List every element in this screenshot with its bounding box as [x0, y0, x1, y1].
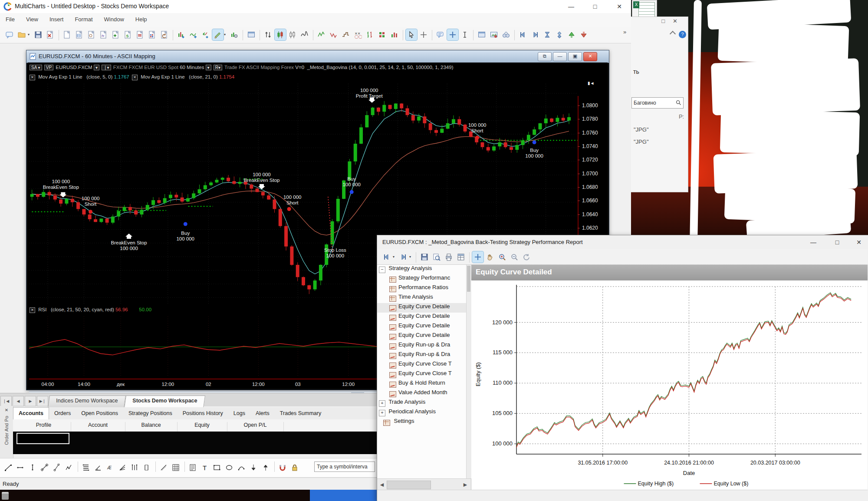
taskbar-window-icon[interactable]	[2, 492, 9, 500]
nav-diamonds-icon[interactable]	[554, 29, 565, 40]
report-close-button[interactable]: ✕	[850, 236, 868, 248]
step-line-icon[interactable]	[340, 29, 352, 40]
workspace-tab[interactable]: Indices Demo Workspace	[48, 396, 126, 408]
andrews-pitchfork-icon[interactable]: Æ	[105, 462, 116, 474]
column-header[interactable]: Balance	[125, 422, 178, 432]
crosshair-icon[interactable]	[418, 29, 429, 40]
add-study-doc-icon[interactable]	[110, 29, 122, 40]
menu-view[interactable]: View	[20, 13, 44, 27]
tree-vertical-scrollbar[interactable]	[466, 265, 471, 478]
menu-window[interactable]: Window	[99, 13, 130, 27]
ellipse-tool-icon[interactable]	[224, 462, 235, 474]
save-icon[interactable]	[419, 251, 430, 263]
tab-positions-history[interactable]: Positions History	[178, 408, 228, 420]
zoom-in-icon[interactable]	[496, 251, 508, 263]
new-note-icon[interactable]	[4, 29, 15, 40]
tree-item[interactable]: Value Added Month	[377, 389, 471, 399]
nav-pair-icon[interactable]	[529, 29, 541, 40]
magnet-mode-icon[interactable]	[277, 462, 289, 474]
accounts-table-body[interactable]	[13, 432, 377, 454]
ibeam-icon[interactable]	[459, 29, 470, 40]
tree-node[interactable]: Settings	[377, 418, 471, 427]
tree-node[interactable]: + Trade Analysis	[377, 399, 471, 408]
column-header[interactable]: Open P/L	[227, 422, 284, 432]
tab-orders[interactable]: Orders	[49, 408, 76, 420]
nav-hourglass-icon[interactable]	[542, 29, 553, 40]
indicator1-close-icon[interactable]: ✕	[30, 75, 35, 80]
arrow-up-tool-icon[interactable]	[260, 462, 272, 474]
reload-doc-icon[interactable]	[159, 29, 170, 40]
workspace-nav-1-button[interactable]: ◀	[13, 396, 24, 406]
tree-item[interactable]: Equity Run-up & Dra	[377, 341, 471, 351]
tree-node[interactable]: + Periodical Analysis	[377, 408, 471, 418]
menu-insert[interactable]: Insert	[44, 13, 69, 27]
chart-restore-tab-button[interactable]: ⧉	[538, 52, 552, 61]
menu-help[interactable]: Help	[130, 13, 153, 27]
tree-item[interactable]: Equity Curve Detaile	[377, 322, 471, 332]
layout-doc-icon[interactable]	[147, 29, 158, 40]
toolbar-overflow-chevron[interactable]: »	[623, 29, 626, 35]
open-folder-icon[interactable]	[16, 29, 27, 40]
block-chart-icon[interactable]	[377, 29, 388, 40]
draw-pencil-caret-icon[interactable]: ▾	[224, 29, 228, 40]
cycle-lines-icon[interactable]	[129, 462, 141, 474]
scroll-down-red-icon[interactable]	[578, 29, 589, 40]
sa-badge[interactable]: SA ▾	[30, 65, 42, 70]
insert-arrows-icon[interactable]	[200, 29, 211, 40]
report-titlebar[interactable]: EURUSD.FXCM : _Metod_Bagovina Back-Testi…	[377, 235, 868, 250]
report-minimize-button[interactable]: —	[805, 236, 822, 248]
tree-node-strategy-analysis[interactable]: − Strategy Analysis	[377, 265, 471, 274]
symbol-caret[interactable]: ▾	[94, 65, 99, 70]
menu-format[interactable]: Format	[69, 13, 98, 27]
discard-doc-icon[interactable]	[45, 29, 56, 40]
column-header[interactable]: Equity	[177, 422, 227, 432]
crosshair-tool-icon[interactable]	[472, 251, 483, 263]
help-icon[interactable]: ?	[679, 31, 686, 38]
tree-horizontal-scrollbar[interactable]: ◀ ▶	[377, 478, 471, 490]
bar-chart-red-icon[interactable]	[389, 29, 400, 40]
save-icon[interactable]	[33, 29, 44, 40]
fan-lines-icon[interactable]	[117, 462, 128, 474]
insert-curve-icon[interactable]	[188, 29, 199, 40]
insert-symbol-doc-icon[interactable]	[62, 29, 73, 40]
tree-item[interactable]: Buy & Hold Return	[377, 379, 471, 389]
tab-strategy-positions[interactable]: Strategy Positions	[123, 408, 178, 420]
nav-begin-icon[interactable]	[517, 29, 529, 40]
grid-tool-icon[interactable]	[171, 462, 182, 474]
curve-style-icon[interactable]	[299, 29, 310, 40]
symbol-search-input[interactable]: Type a symbol/interva	[314, 461, 375, 472]
binoculars-icon[interactable]	[500, 29, 512, 40]
trend-line-icon[interactable]	[3, 462, 14, 474]
trend-angle-icon[interactable]	[93, 462, 104, 474]
tree-item[interactable]: Performance Ratios	[377, 284, 471, 293]
ray-line-icon[interactable]	[158, 462, 170, 474]
nav-back-icon[interactable]	[381, 251, 392, 263]
dialog-window-buttons[interactable]: □✕	[661, 18, 685, 24]
insert-bars-icon[interactable]	[176, 29, 187, 40]
nav-forward-caret-icon[interactable]: ▾	[409, 251, 414, 263]
report-maximize-button[interactable]: □	[829, 236, 846, 248]
anchor-doc-icon[interactable]	[86, 29, 97, 40]
format-doc-icon[interactable]	[74, 29, 85, 40]
column-header[interactable]: Profile	[16, 422, 71, 432]
tree-item[interactable]: Equity Curve Detaile	[377, 332, 471, 341]
arc-tool-icon[interactable]	[236, 462, 247, 474]
tree-hscroll-thumb[interactable]	[387, 481, 431, 489]
report-doc-icon[interactable]	[135, 29, 146, 40]
equity-curve-chart[interactable]: 100 000105 000110 000115 000120 00031.05…	[471, 280, 868, 490]
workspace-nav-3-button[interactable]: ▶❘	[37, 396, 48, 406]
horizontal-segment-icon[interactable]	[15, 462, 26, 474]
candlestick-style-icon[interactable]	[275, 29, 286, 40]
vertical-segment-icon[interactable]	[27, 462, 39, 474]
nav-forward-icon[interactable]	[398, 251, 409, 263]
tree-scroll-left-icon[interactable]: ◀	[378, 481, 386, 488]
column-header[interactable]: Account	[71, 422, 125, 432]
chart-close-button[interactable]: ✕	[583, 52, 597, 61]
minimize-button[interactable]: —	[562, 0, 581, 13]
maximize-button[interactable]: □	[585, 0, 605, 13]
crosshair-pointer-icon[interactable]	[447, 29, 458, 40]
open-folder-caret-icon[interactable]: ▾	[28, 29, 32, 40]
nav-back-caret-icon[interactable]: ▾	[393, 251, 397, 263]
collapse-chevron-icon[interactable]	[670, 31, 676, 37]
fib-retracement-icon[interactable]	[81, 462, 92, 474]
